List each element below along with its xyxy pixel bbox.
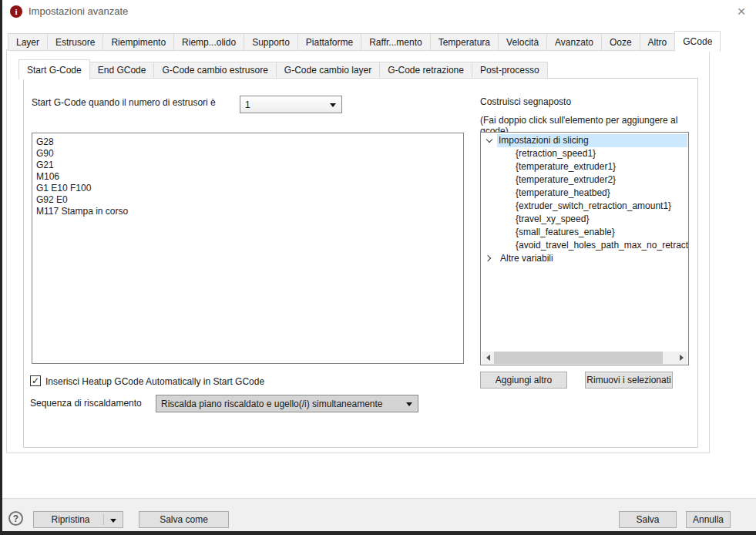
gcode-subtab-bar: Start G-Code End GCode G-Code cambio est… — [18, 59, 548, 79]
save-button[interactable]: Salva — [619, 511, 677, 528]
chevron-collapsed-icon[interactable] — [485, 255, 491, 261]
start-gcode-textarea[interactable]: G28 G90 G21 M106 G1 E10 F100 G92 E0 M117… — [32, 133, 464, 364]
background-window-edge-bottom — [0, 531, 756, 535]
tab-estrusore[interactable]: Estrusore — [47, 33, 103, 51]
tab-riempimento[interactable]: Riempimento — [102, 33, 174, 51]
chevron-down-icon[interactable] — [110, 519, 116, 523]
tab-avanzato[interactable]: Avanzato — [546, 33, 602, 51]
tree-item[interactable]: {temperature_extruder2} — [481, 173, 688, 187]
save-as-button[interactable]: Salva come — [139, 511, 229, 528]
scroll-left-icon[interactable] — [482, 352, 494, 364]
extruder-count-value: 1 — [245, 99, 250, 110]
heating-sequence-value: Riscalda piano riscaldato e ugello(/i) s… — [161, 399, 382, 409]
app-logo-icon: i — [10, 5, 22, 18]
placeholder-tree: Impostazioni di slicing {retraction_spee… — [480, 132, 689, 365]
reset-split-button[interactable]: Ripristina — [33, 511, 123, 528]
footer-bar: ? Ripristina Salva come Salva Annulla — [0, 498, 756, 531]
heating-sequence-select[interactable]: Riscalda piano riscaldato e ugello(/i) s… — [156, 395, 418, 412]
tab-raffreddamento[interactable]: Raffr...mento — [361, 33, 430, 51]
tree-horizontal-scrollbar[interactable] — [482, 352, 687, 364]
subtab-start-gcode[interactable]: Start G-Code — [18, 59, 90, 79]
scroll-right-icon[interactable] — [675, 352, 687, 364]
settings-tab-bar: Layer Estrusore Riempimento Riemp...olid… — [8, 31, 721, 51]
tab-piattaforme[interactable]: Piattaforme — [297, 33, 361, 51]
title-bar: i Impostazioni avanzate × — [0, 0, 756, 23]
checkmark-icon: ✓ — [32, 376, 39, 385]
subtab-gcode-cambio-layer[interactable]: G-Code cambio layer — [276, 62, 380, 79]
split-separator — [103, 514, 104, 525]
tab-velocita[interactable]: Velocità — [498, 33, 547, 51]
tree-row-root[interactable]: Impostazioni di slicing — [481, 134, 688, 147]
tab-layer[interactable]: Layer — [8, 33, 48, 51]
subtab-end-gcode[interactable]: End GCode — [89, 62, 155, 79]
tab-supporto[interactable]: Supporto — [244, 33, 298, 51]
scrollbar-thumb[interactable] — [494, 352, 663, 364]
tab-riempimento-solido[interactable]: Riemp...olido — [173, 33, 244, 51]
window-title: Impostazioni avanzate — [29, 5, 128, 17]
tree-item[interactable]: {travel_xy_speed} — [481, 213, 688, 226]
tree-item[interactable]: {small_features_enable} — [481, 226, 688, 239]
tree-item[interactable]: {temperature_extruder1} — [481, 160, 688, 173]
chevron-expanded-icon[interactable] — [486, 136, 492, 143]
tree-row-altre-variabili[interactable]: Altre variabili — [481, 252, 688, 265]
extruder-count-select[interactable]: 1 — [240, 96, 342, 113]
tree-item[interactable]: {retraction_speed1} — [481, 147, 688, 160]
chevron-down-icon — [330, 103, 336, 107]
cancel-button[interactable]: Annulla — [686, 511, 731, 528]
tree-item[interactable]: {avoid_travel_holes_path_max_no_retracti… — [481, 239, 688, 252]
remove-selected-button[interactable]: Rimuovi i selezionati — [585, 372, 673, 389]
start-gcode-panel: Start G-Code quando il numero di estruso… — [23, 78, 698, 448]
extruder-count-label: Start G-Code quando il numero di estruso… — [32, 97, 216, 108]
subtab-post-processo[interactable]: Post-processo — [472, 62, 548, 79]
tree-root-label: Impostazioni di slicing — [499, 134, 589, 147]
heating-sequence-label: Sequenza di riscaldamento — [30, 398, 142, 409]
tree-item[interactable]: {temperature_heatbed} — [481, 187, 688, 200]
tab-gcode[interactable]: GCode — [674, 31, 721, 52]
subtab-gcode-cambio-estrusore[interactable]: G-Code cambio estrusore — [153, 62, 276, 79]
heatup-gcode-checkbox[interactable]: ✓ — [30, 375, 41, 386]
tab-ooze[interactable]: Ooze — [601, 33, 640, 51]
background-window-edge-left — [0, 0, 2, 535]
tree-item[interactable]: {extruder_switch_retraction_amount1} — [481, 200, 688, 213]
subtab-gcode-retrazione[interactable]: G-Code retrazione — [379, 62, 472, 79]
help-icon[interactable]: ? — [8, 511, 23, 526]
placeholders-title: Costruisci segnaposto — [480, 96, 571, 107]
tab-altro[interactable]: Altro — [640, 33, 676, 51]
heatup-gcode-checkbox-label: Inserisci Heatup GCode Automatically in … — [45, 376, 264, 387]
tab-temperatura[interactable]: Temperatura — [430, 33, 499, 51]
close-icon[interactable]: × — [731, 2, 751, 22]
chevron-down-icon — [406, 402, 412, 406]
add-placeholder-button[interactable]: Aggiungi altro — [480, 372, 567, 389]
